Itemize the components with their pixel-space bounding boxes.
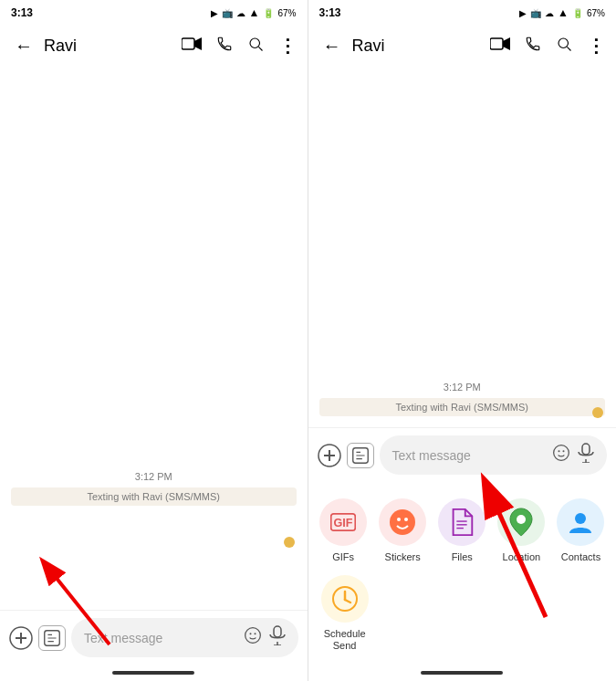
svg-point-38 xyxy=(575,513,586,524)
gifs-label: GIFs xyxy=(332,551,354,563)
left-app-bar-actions: ⋮ xyxy=(178,31,300,60)
right-status-icons: ▶ 📺 ☁ ▲ 🔋 67% xyxy=(519,6,605,19)
left-more-icon[interactable]: ⋮ xyxy=(275,31,300,60)
attach-location[interactable]: Location xyxy=(494,493,549,569)
left-chat-info: Texting with Ravi (SMS/MMS) xyxy=(11,487,297,506)
attach-gifs[interactable]: GIF GIFs xyxy=(316,493,371,569)
right-status-bar: 3:13 ▶ 📺 ☁ ▲ 🔋 67% xyxy=(308,0,617,26)
left-home-bar xyxy=(0,665,308,681)
svg-rect-11 xyxy=(274,626,281,637)
svg-point-8 xyxy=(245,628,260,644)
svg-line-3 xyxy=(258,47,262,50)
battery-percent-left: 67% xyxy=(277,8,296,18)
svg-text:GIF: GIF xyxy=(334,517,353,529)
left-status-icons: ▶ 📺 ☁ ▲ 🔋 67% xyxy=(211,6,297,19)
tv-icon: 📺 xyxy=(222,8,233,18)
svg-point-17 xyxy=(559,38,569,48)
schedule-icon-circle xyxy=(321,575,369,623)
svg-point-2 xyxy=(250,38,260,48)
svg-marker-1 xyxy=(194,37,202,50)
left-time: 3:13 xyxy=(11,6,33,19)
right-battery-percent: 67% xyxy=(587,8,605,18)
svg-rect-0 xyxy=(182,38,194,49)
attach-schedule[interactable]: ScheduleSend xyxy=(316,570,374,657)
stickers-icon-circle xyxy=(379,498,426,546)
attach-files[interactable]: Files xyxy=(434,493,490,569)
left-message-bubble xyxy=(284,537,295,548)
svg-rect-15 xyxy=(490,38,503,49)
cloud-icon: ☁ xyxy=(236,8,245,18)
left-video-call-icon[interactable] xyxy=(178,33,205,59)
right-youtube-icon: ▶ xyxy=(519,8,527,18)
left-back-button[interactable]: ← xyxy=(7,32,40,60)
right-phone-icon[interactable] xyxy=(521,32,545,60)
svg-point-10 xyxy=(254,633,256,634)
left-emoji-button[interactable] xyxy=(244,626,262,649)
right-home-indicator xyxy=(421,671,503,675)
right-plus-button[interactable] xyxy=(318,444,341,467)
right-contact-name: Ravi xyxy=(352,37,487,56)
left-status-bar: 3:13 ▶ 📺 ☁ ▲ 🔋 67% xyxy=(0,0,308,26)
svg-line-18 xyxy=(567,47,570,50)
svg-line-41 xyxy=(345,600,350,602)
left-contact-name: Ravi xyxy=(44,37,178,56)
svg-point-25 xyxy=(563,451,565,453)
left-home-indicator xyxy=(112,671,194,675)
left-plus-button[interactable] xyxy=(9,626,33,650)
right-emoji-button[interactable] xyxy=(552,444,570,466)
contacts-icon-circle xyxy=(557,498,604,546)
right-text-input[interactable]: Text message xyxy=(380,435,608,475)
files-label: Files xyxy=(452,551,473,563)
right-attach-button[interactable] xyxy=(347,443,374,468)
svg-marker-16 xyxy=(503,37,510,50)
wifi-icon: ▲ xyxy=(249,6,260,19)
right-phone-panel: 3:13 ▶ 📺 ☁ ▲ 🔋 67% ← Ravi ⋮ xyxy=(308,0,617,681)
attach-stickers[interactable]: Stickers xyxy=(375,493,431,569)
youtube-icon: ▶ xyxy=(211,8,218,18)
contacts-label: Contacts xyxy=(561,551,600,563)
right-tv-icon: 📺 xyxy=(530,8,541,18)
left-search-icon[interactable] xyxy=(244,32,267,60)
svg-point-9 xyxy=(249,633,251,634)
right-search-icon[interactable] xyxy=(552,32,576,60)
svg-rect-26 xyxy=(582,444,590,455)
right-input-placeholder: Text message xyxy=(392,448,546,463)
right-mic-button[interactable] xyxy=(578,443,594,467)
svg-point-37 xyxy=(517,515,526,524)
schedule-label: ScheduleSend xyxy=(324,628,366,652)
left-chat-body: 3:12 PM Texting with Ravi (SMS/MMS) xyxy=(0,66,308,610)
left-chat-timestamp: 3:12 PM xyxy=(0,469,308,484)
svg-point-32 xyxy=(397,518,401,521)
right-home-bar xyxy=(308,665,617,681)
svg-point-33 xyxy=(404,518,408,521)
right-chat-timestamp: 3:12 PM xyxy=(308,380,617,394)
svg-point-31 xyxy=(390,509,415,535)
files-icon-circle xyxy=(438,498,485,546)
gifs-icon-circle: GIF xyxy=(319,498,367,546)
left-text-input[interactable]: Text message xyxy=(71,618,298,657)
right-wifi-icon: ▲ xyxy=(558,6,569,19)
right-more-icon[interactable]: ⋮ xyxy=(583,31,609,60)
right-video-call-icon[interactable] xyxy=(486,33,514,59)
location-icon-circle xyxy=(497,498,545,546)
right-chat-info: Texting with Ravi (SMS/MMS) xyxy=(319,398,606,416)
svg-point-24 xyxy=(559,451,560,453)
left-phone-panel: 3:13 ▶ 📺 ☁ ▲ 🔋 67% ← Ravi ⋮ xyxy=(0,0,308,681)
right-battery-icon: 🔋 xyxy=(572,8,583,18)
right-app-bar-actions: ⋮ xyxy=(486,31,609,60)
right-back-button[interactable]: ← xyxy=(316,32,349,60)
attachment-row2: ScheduleSend xyxy=(308,570,617,665)
left-phone-icon[interactable] xyxy=(213,32,236,60)
right-chat-body: 3:12 PM Texting with Ravi (SMS/MMS) xyxy=(308,66,617,427)
attach-contacts[interactable]: Contacts xyxy=(553,493,609,569)
left-app-bar: ← Ravi ⋮ xyxy=(0,26,308,66)
right-app-bar: ← Ravi ⋮ xyxy=(308,26,617,66)
right-input-area: Text message xyxy=(308,427,617,482)
left-attach-button[interactable] xyxy=(38,625,66,651)
right-cloud-icon: ☁ xyxy=(545,8,554,18)
svg-point-23 xyxy=(554,445,569,461)
left-mic-button[interactable] xyxy=(269,625,286,650)
stickers-label: Stickers xyxy=(385,551,421,563)
battery-icon: 🔋 xyxy=(263,8,274,18)
left-input-area: Text message xyxy=(0,610,308,665)
